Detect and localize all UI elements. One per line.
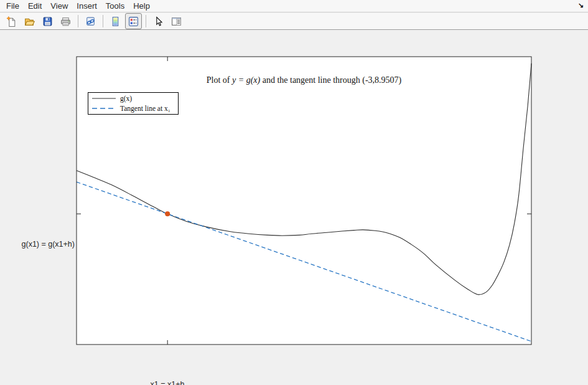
new-figure-button[interactable] (3, 13, 20, 29)
plot-title-math: y = g(x) (232, 75, 260, 85)
corner-arrow-icon[interactable]: ↘ (578, 1, 584, 9)
menu-insert[interactable]: Insert (72, 0, 101, 12)
pointer-icon (153, 16, 164, 27)
figure-canvas: Plot of y = g(x) and the tangent line th… (0, 31, 588, 385)
properties-panel-icon (171, 16, 182, 27)
pointer-tool-button[interactable] (150, 13, 167, 29)
legend-toggle-button[interactable] (125, 13, 142, 29)
y-tick-label: g(x1) = g(x1+h) (5, 240, 75, 249)
properties-panel-button[interactable] (168, 13, 185, 29)
toolbar-separator (78, 15, 78, 27)
print-icon (60, 16, 71, 27)
legend-entry-gx: g(x) (88, 93, 178, 103)
open-button[interactable] (21, 13, 38, 29)
legend-dashed-line-sample (92, 105, 116, 112)
copy-clipboard-icon (85, 16, 96, 27)
legend-solid-line-sample (92, 95, 116, 102)
save-button[interactable] (39, 13, 56, 29)
legend-icon (128, 16, 139, 27)
menu-view[interactable]: View (46, 0, 72, 12)
plot-title-text: and the tangent line through (-3,8.9507) (260, 75, 401, 85)
menu-bar: File Edit View Insert Tools Help ↘ (0, 0, 588, 12)
legend-label: Tangent line at x₁ (120, 105, 170, 112)
new-figure-icon (6, 16, 17, 27)
menu-edit[interactable]: Edit (24, 0, 46, 12)
x-tick-label: x1 = x1+h (124, 380, 211, 385)
plot-title: Plot of y = g(x) and the tangent line th… (77, 75, 531, 85)
toolbar-separator (103, 15, 103, 27)
plot-title-text: Plot of (207, 75, 232, 85)
colorbar-icon (110, 16, 121, 27)
menu-file[interactable]: File (2, 0, 24, 12)
legend-entry-tangent: Tangent line at x₁ (88, 103, 178, 113)
print-button[interactable] (57, 13, 74, 29)
save-icon (42, 16, 53, 27)
legend[interactable]: g(x) Tangent line at x₁ (88, 92, 179, 115)
colorbar-button[interactable] (107, 13, 124, 29)
open-folder-icon (24, 16, 35, 27)
menu-help[interactable]: Help (129, 0, 154, 12)
octave-figure-window: { "menu": { "items": ["File", "Edit", "V… (0, 0, 588, 385)
legend-label: g(x) (120, 95, 132, 102)
menu-tools[interactable]: Tools (101, 0, 129, 12)
toolbar (0, 13, 588, 30)
tangent-point-marker (165, 211, 170, 216)
toolbar-separator (146, 15, 146, 27)
copy-clipboard-button[interactable] (82, 13, 99, 29)
